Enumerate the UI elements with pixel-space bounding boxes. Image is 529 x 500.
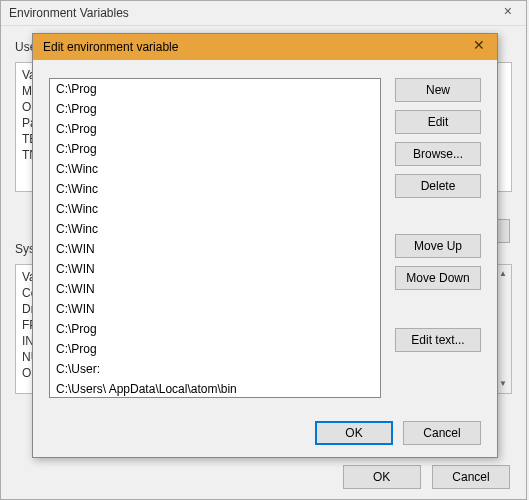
edit-button[interactable]: Edit bbox=[395, 110, 481, 134]
edit-env-var-footer: OK Cancel bbox=[315, 421, 481, 445]
new-button[interactable]: New bbox=[395, 78, 481, 102]
env-vars-title-text: Environment Variables bbox=[9, 6, 129, 20]
close-icon[interactable]: ✕ bbox=[465, 36, 493, 56]
edit-env-var-dialog: Edit environment variable ✕ C:\ProgC:\Pr… bbox=[32, 33, 498, 458]
button-column: New Edit Browse... Delete Move Up Move D… bbox=[395, 78, 481, 398]
path-list-item[interactable]: C:\WIN bbox=[50, 239, 380, 259]
path-list-item[interactable]: C:\Prog bbox=[50, 339, 380, 359]
ok-button[interactable]: OK bbox=[315, 421, 393, 445]
env-vars-titlebar: Environment Variables × bbox=[1, 1, 526, 26]
path-list-item[interactable]: C:\Prog bbox=[50, 119, 380, 139]
path-list-item[interactable]: C:\Winc bbox=[50, 199, 380, 219]
path-list-item[interactable]: C:\Winc bbox=[50, 179, 380, 199]
env-vars-footer: OK Cancel bbox=[335, 465, 510, 489]
path-list-item[interactable]: C:\WIN bbox=[50, 259, 380, 279]
edit-env-var-title-text: Edit environment variable bbox=[43, 40, 178, 54]
edit-env-var-titlebar: Edit environment variable ✕ bbox=[33, 34, 497, 60]
cancel-button[interactable]: Cancel bbox=[403, 421, 481, 445]
edit-env-var-body: C:\ProgC:\ProgC:\ProgC:\ProgC:\WincC:\Wi… bbox=[33, 60, 497, 408]
path-list-item[interactable]: C:\Winc bbox=[50, 159, 380, 179]
move-up-button[interactable]: Move Up bbox=[395, 234, 481, 258]
cancel-button[interactable]: Cancel bbox=[432, 465, 510, 489]
browse-button[interactable]: Browse... bbox=[395, 142, 481, 166]
delete-button[interactable]: Delete bbox=[395, 174, 481, 198]
path-listbox[interactable]: C:\ProgC:\ProgC:\ProgC:\ProgC:\WincC:\Wi… bbox=[49, 78, 381, 398]
edit-text-button[interactable]: Edit text... bbox=[395, 328, 481, 352]
move-down-button[interactable]: Move Down bbox=[395, 266, 481, 290]
path-list-item[interactable]: C:\Prog bbox=[50, 319, 380, 339]
path-list-item[interactable]: C:\WIN bbox=[50, 279, 380, 299]
path-list-item[interactable]: C:\Users\ AppData\Local\atom\bin bbox=[50, 379, 380, 398]
path-list-item[interactable]: C:\Winc bbox=[50, 219, 380, 239]
path-list-item[interactable]: C:\WIN bbox=[50, 299, 380, 319]
path-list-item[interactable]: C:\User: bbox=[50, 359, 380, 379]
path-list-item[interactable]: C:\Prog bbox=[50, 79, 380, 99]
path-list-item[interactable]: C:\Prog bbox=[50, 99, 380, 119]
path-list-item[interactable]: C:\Prog bbox=[50, 139, 380, 159]
ok-button[interactable]: OK bbox=[343, 465, 421, 489]
close-icon[interactable]: × bbox=[496, 3, 520, 19]
